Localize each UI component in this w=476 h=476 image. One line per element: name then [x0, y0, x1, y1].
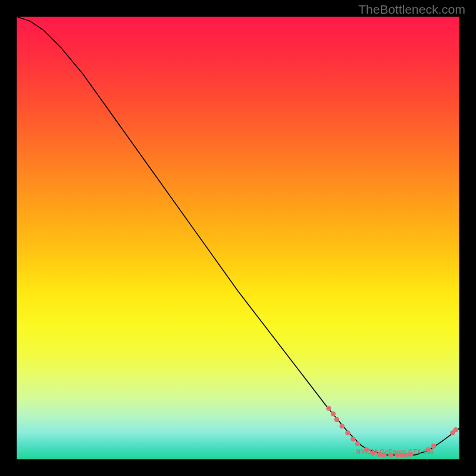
data-dot	[345, 430, 350, 435]
data-dot	[331, 411, 336, 416]
data-dot	[334, 417, 339, 422]
watermark-text: TheBottleneck.com	[358, 2, 465, 17]
data-dot	[355, 441, 360, 446]
series-annotation: NVIDIA GeForce GTX 960	[356, 449, 434, 455]
data-dot	[326, 406, 331, 411]
curve-line	[17, 17, 459, 455]
data-dot	[350, 437, 355, 441]
chart-svg: NVIDIA GeForce GTX 960	[17, 17, 459, 459]
data-dot	[340, 424, 345, 428]
plot-area: NVIDIA GeForce GTX 960	[17, 17, 459, 459]
data-dot	[453, 427, 458, 432]
